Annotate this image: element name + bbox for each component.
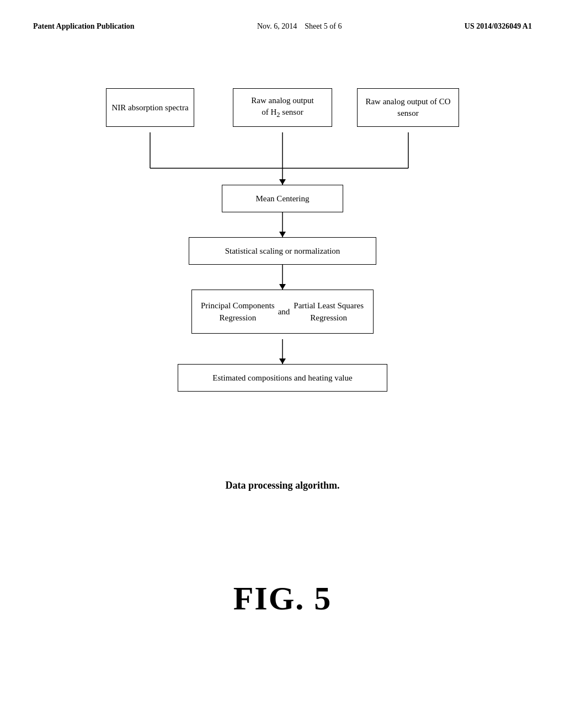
pcr-line2: and [278, 306, 290, 318]
estimated-compositions-box: Estimated compositions and heating value [178, 364, 387, 392]
pcr-line1: Principal Components Regression [198, 299, 278, 324]
arrows-svg [95, 88, 470, 474]
sheet-info: Sheet 5 of 6 [305, 22, 342, 30]
header-center: Nov. 6, 2014 Sheet 5 of 6 [257, 22, 342, 31]
svg-marker-6 [279, 179, 286, 185]
top-boxes-row: NIR absorption spectra Raw analog output… [95, 88, 470, 132]
publication-label: Patent Application Publication [33, 22, 135, 31]
flow-diagram: NIR absorption spectra Raw analog output… [95, 88, 470, 132]
mean-centering-box: Mean Centering [222, 185, 343, 212]
figure-label: FIG. 5 [233, 580, 332, 618]
co-box: Raw analog output of CO sensor [357, 88, 459, 127]
pcr-pls-box: Principal Components Regression and Part… [191, 290, 374, 334]
svg-marker-12 [279, 358, 286, 364]
patent-number: US 2014/0326049 A1 [465, 22, 532, 31]
nir-box: NIR absorption spectra [106, 88, 194, 127]
svg-marker-10 [279, 284, 286, 290]
pcr-line3: Partial Least Squares Regression [290, 299, 367, 324]
publication-date: Nov. 6, 2014 [257, 22, 297, 30]
figure-caption: Data processing algorithm. [225, 480, 339, 491]
h2-box: Raw analog outputof H2 sensor [233, 88, 332, 127]
statistical-scaling-box: Statistical scaling or normalization [189, 237, 376, 265]
page-header: Patent Application Publication Nov. 6, 2… [0, 0, 565, 31]
svg-marker-8 [279, 232, 286, 237]
